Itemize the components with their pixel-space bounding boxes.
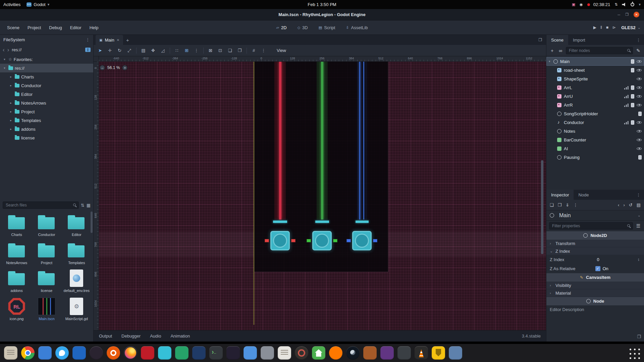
file-item[interactable]: license xyxy=(32,269,61,293)
recording-timer[interactable]: 02:38:21 xyxy=(587,2,610,7)
file-item[interactable]: Templates xyxy=(62,241,91,265)
selection-handle[interactable] xyxy=(307,239,311,242)
tree-item[interactable]: Conductor xyxy=(0,81,93,90)
orange-app-icon[interactable] xyxy=(329,346,342,360)
filter-nodes-input[interactable] xyxy=(566,47,633,54)
renderer-dropdown[interactable]: GLES2 ⌄ xyxy=(621,25,641,30)
spinner-arrows-icon[interactable]: ▴▾ xyxy=(638,258,639,261)
zoom-out-button[interactable]: – xyxy=(100,65,105,70)
power-icon[interactable] xyxy=(631,3,634,6)
disc-app-icon[interactable] xyxy=(295,346,308,360)
workspace-button[interactable]: ▱ 2D xyxy=(272,24,291,32)
workspace-button[interactable]: ▤ Script xyxy=(315,24,339,32)
pan-tool-icon[interactable]: ✥ xyxy=(149,47,158,55)
node-row-icon[interactable] xyxy=(631,103,634,107)
chat-icon[interactable] xyxy=(55,346,69,360)
scrollbar[interactable] xyxy=(541,160,543,254)
node-row-icon[interactable] xyxy=(637,120,642,125)
snap-options-icon[interactable]: ⋮ xyxy=(192,47,201,55)
close-button[interactable]: ✕ xyxy=(634,12,639,17)
ungroup-icon[interactable]: ❐ xyxy=(235,47,244,55)
cyan-app-icon[interactable] xyxy=(158,346,171,360)
sort-files-icon[interactable]: ⇅ xyxy=(81,203,85,208)
browser-icon[interactable] xyxy=(72,346,86,360)
scene-node-row[interactable]: SongScriptHolder xyxy=(546,109,644,118)
rotate-tool-icon[interactable]: ↻ xyxy=(115,47,124,55)
bottom-panel-tab[interactable]: Output xyxy=(99,334,112,339)
collapse-arrow-icon[interactable] xyxy=(549,60,553,63)
edited-node-selector[interactable]: Main ⌄ xyxy=(546,210,644,221)
skeleton-options-icon[interactable]: ⋮ xyxy=(259,47,268,55)
2d-viewport[interactable]: -640-512-384-256-12801282563845126407688… xyxy=(94,56,546,330)
steam-icon[interactable] xyxy=(346,346,360,360)
scene-tab-main[interactable]: ▣ Main ✕ xyxy=(96,35,123,45)
property-tools-icon[interactable]: ☰ xyxy=(635,223,641,229)
file-item[interactable]: Editor xyxy=(62,213,91,237)
add-node-button[interactable]: + xyxy=(549,48,555,53)
app-grid-icon[interactable] xyxy=(628,347,640,359)
play-button[interactable]: ▶ xyxy=(593,25,596,30)
scene-node-row[interactable]: Pausing xyxy=(546,153,644,162)
scene-node-row[interactable]: road-sheet xyxy=(546,66,644,74)
file-item[interactable]: ⚙ MainScript.gd xyxy=(62,297,91,321)
node-row-icon[interactable] xyxy=(637,138,642,142)
skeleton-icon[interactable]: # xyxy=(249,47,258,55)
tree-item[interactable]: license xyxy=(0,133,93,142)
ruler-tool-icon[interactable]: ◿ xyxy=(158,47,167,55)
workspace-button[interactable]: ⇩ AssetLib xyxy=(342,24,372,32)
grid-snap-icon[interactable]: ⊞ xyxy=(182,47,191,55)
menu-item[interactable]: Help xyxy=(86,24,102,32)
scene-node-row[interactable]: Notes xyxy=(546,127,644,135)
panel-menu-icon[interactable]: ⋮ xyxy=(636,192,641,197)
nav-back-icon[interactable]: ‹ xyxy=(3,47,5,53)
bottom-panel-tab[interactable]: Audio xyxy=(150,334,161,339)
node-row-icon[interactable] xyxy=(624,85,629,89)
shield-app-icon[interactable] xyxy=(432,346,445,360)
stop-button[interactable]: ■ xyxy=(606,25,608,30)
rhythmbox-icon[interactable] xyxy=(107,346,120,360)
tray-chevron-icon[interactable]: ▾ xyxy=(639,2,641,7)
close-tab-icon[interactable]: ✕ xyxy=(117,38,119,42)
clock[interactable]: Feb 1 3:50 PM xyxy=(308,2,336,7)
file-item[interactable]: Conductor xyxy=(32,213,61,237)
section-z-index[interactable]: ⌄ Z Index xyxy=(546,247,644,255)
rust-app-icon[interactable] xyxy=(363,346,377,360)
bottom-panel-tab[interactable]: Debugger xyxy=(121,334,141,339)
minimize-button[interactable]: ─ xyxy=(618,13,620,17)
section-material[interactable]: › Material xyxy=(546,289,644,297)
gray-app-icon[interactable] xyxy=(261,346,274,360)
history-forward-icon[interactable]: › xyxy=(623,202,625,207)
new-resource-icon[interactable]: ❏ xyxy=(550,202,554,207)
history-back-icon[interactable]: ‹ xyxy=(618,202,619,207)
scene-node-row[interactable]: Main xyxy=(546,57,644,66)
menu-item[interactable]: Editor xyxy=(66,24,85,32)
workspace-button[interactable]: ◇ 3D xyxy=(293,24,312,32)
node-row-icon[interactable] xyxy=(631,94,634,99)
node-row-icon[interactable] xyxy=(637,129,642,133)
menu-item[interactable]: Scene xyxy=(3,24,23,32)
purple-app-icon[interactable] xyxy=(380,346,394,360)
group-icon[interactable]: ❏ xyxy=(225,47,234,55)
terminal-icon[interactable] xyxy=(209,346,223,360)
tree-item-res-root[interactable]: ▾ res:// xyxy=(0,64,93,72)
new-scene-tab-button[interactable]: + xyxy=(126,37,129,43)
scale-tool-icon[interactable]: ⤢ xyxy=(125,47,134,55)
maximize-button[interactable]: ❐ xyxy=(625,12,629,17)
file-item[interactable]: RL icon.png xyxy=(2,297,31,321)
selection-handle[interactable] xyxy=(373,239,377,242)
scene-node-row[interactable]: ShapeSprite xyxy=(546,74,644,83)
unlock-icon[interactable]: ⊡ xyxy=(216,47,225,55)
selection-handle[interactable] xyxy=(346,239,351,242)
tree-item[interactable]: Project xyxy=(0,107,93,116)
tree-item[interactable]: Templates xyxy=(0,116,93,125)
activities-button[interactable]: Activities xyxy=(3,2,20,7)
distraction-free-icon[interactable]: ❐ xyxy=(538,38,542,42)
node-row-icon[interactable] xyxy=(637,94,642,99)
node-row-icon[interactable] xyxy=(631,59,634,64)
list-select-icon[interactable]: ▤ xyxy=(139,47,148,55)
smart-snap-icon[interactable]: ∷ xyxy=(172,47,181,55)
open-docs-icon[interactable]: ▤ xyxy=(637,202,641,207)
scene-node-row[interactable]: Conductor xyxy=(546,118,644,127)
scene-node-row[interactable]: AI xyxy=(546,144,644,153)
tab-import[interactable]: Import xyxy=(568,35,590,45)
